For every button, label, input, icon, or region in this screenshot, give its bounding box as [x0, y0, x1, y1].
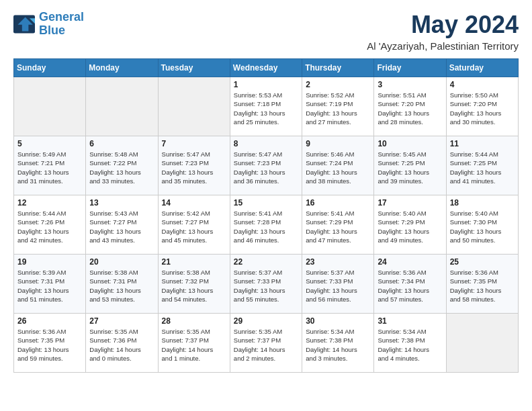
calendar-cell: 10Sunrise: 5:45 AM Sunset: 7:25 PM Dayli… [374, 136, 446, 195]
calendar-cell: 15Sunrise: 5:41 AM Sunset: 7:28 PM Dayli… [230, 195, 302, 255]
day-info: Sunrise: 5:48 AM Sunset: 7:22 PM Dayligh… [89, 150, 154, 185]
day-info: Sunrise: 5:34 AM Sunset: 7:38 PM Dayligh… [306, 327, 370, 363]
day-info: Sunrise: 5:36 AM Sunset: 7:35 PM Dayligh… [450, 268, 515, 304]
day-number: 14 [162, 198, 226, 208]
day-number: 27 [89, 316, 154, 326]
day-number: 25 [450, 257, 515, 267]
calendar-cell: 17Sunrise: 5:40 AM Sunset: 7:29 PM Dayli… [374, 195, 446, 255]
day-number: 9 [306, 139, 370, 148]
calendar-cell: 7Sunrise: 5:47 AM Sunset: 7:23 PM Daylig… [158, 136, 230, 195]
calendar-cell: 26Sunrise: 5:36 AM Sunset: 7:35 PM Dayli… [14, 314, 86, 373]
calendar-cell [446, 314, 518, 373]
calendar-cell [86, 77, 158, 136]
day-number: 23 [306, 257, 370, 267]
day-info: Sunrise: 5:43 AM Sunset: 7:27 PM Dayligh… [89, 209, 154, 244]
day-number: 26 [17, 316, 82, 326]
calendar-table: SundayMondayTuesdayWednesdayThursdayFrid… [13, 58, 519, 373]
calendar-cell: 20Sunrise: 5:38 AM Sunset: 7:31 PM Dayli… [86, 255, 158, 314]
day-number: 3 [378, 80, 442, 89]
day-number: 12 [17, 198, 82, 208]
day-info: Sunrise: 5:47 AM Sunset: 7:23 PM Dayligh… [162, 150, 226, 185]
day-number: 30 [306, 316, 370, 326]
day-info: Sunrise: 5:44 AM Sunset: 7:25 PM Dayligh… [450, 150, 515, 185]
calendar-week-row: 26Sunrise: 5:36 AM Sunset: 7:35 PM Dayli… [14, 314, 519, 373]
calendar-cell: 11Sunrise: 5:44 AM Sunset: 7:25 PM Dayli… [446, 136, 518, 195]
weekday-header: Monday [86, 59, 158, 77]
weekday-header: Friday [374, 59, 446, 77]
day-number: 17 [378, 198, 442, 208]
calendar-cell: 27Sunrise: 5:35 AM Sunset: 7:36 PM Dayli… [86, 314, 158, 373]
day-number: 16 [306, 198, 370, 208]
day-info: Sunrise: 5:38 AM Sunset: 7:31 PM Dayligh… [89, 268, 154, 304]
calendar-cell: 4Sunrise: 5:50 AM Sunset: 7:20 PM Daylig… [446, 77, 518, 136]
day-number: 4 [450, 80, 515, 89]
calendar-cell: 6Sunrise: 5:48 AM Sunset: 7:22 PM Daylig… [86, 136, 158, 195]
calendar-cell: 9Sunrise: 5:46 AM Sunset: 7:24 PM Daylig… [302, 136, 374, 195]
weekday-header: Thursday [302, 59, 374, 77]
calendar-cell: 1Sunrise: 5:53 AM Sunset: 7:18 PM Daylig… [230, 77, 302, 136]
day-info: Sunrise: 5:39 AM Sunset: 7:31 PM Dayligh… [17, 268, 82, 304]
calendar-cell: 25Sunrise: 5:36 AM Sunset: 7:35 PM Dayli… [446, 255, 518, 314]
day-number: 2 [306, 80, 370, 89]
day-number: 10 [378, 139, 442, 148]
calendar-cell: 8Sunrise: 5:47 AM Sunset: 7:23 PM Daylig… [230, 136, 302, 195]
calendar-week-row: 1Sunrise: 5:53 AM Sunset: 7:18 PM Daylig… [14, 77, 519, 136]
calendar-cell: 13Sunrise: 5:43 AM Sunset: 7:27 PM Dayli… [86, 195, 158, 255]
day-number: 18 [450, 198, 515, 208]
calendar-header-row: SundayMondayTuesdayWednesdayThursdayFrid… [14, 59, 519, 77]
day-info: Sunrise: 5:47 AM Sunset: 7:23 PM Dayligh… [234, 150, 298, 185]
calendar-cell: 23Sunrise: 5:37 AM Sunset: 7:33 PM Dayli… [302, 255, 374, 314]
day-number: 1 [234, 80, 298, 89]
day-info: Sunrise: 5:46 AM Sunset: 7:24 PM Dayligh… [306, 150, 370, 185]
day-info: Sunrise: 5:41 AM Sunset: 7:29 PM Dayligh… [306, 209, 370, 244]
day-number: 15 [234, 198, 298, 208]
month-title: May 2024 [367, 11, 519, 39]
day-number: 13 [89, 198, 154, 208]
calendar-week-row: 12Sunrise: 5:44 AM Sunset: 7:26 PM Dayli… [14, 195, 519, 255]
weekday-header: Saturday [446, 59, 518, 77]
calendar-cell: 5Sunrise: 5:49 AM Sunset: 7:21 PM Daylig… [14, 136, 86, 195]
day-info: Sunrise: 5:40 AM Sunset: 7:29 PM Dayligh… [378, 209, 442, 244]
day-info: Sunrise: 5:35 AM Sunset: 7:36 PM Dayligh… [89, 327, 154, 363]
day-info: Sunrise: 5:52 AM Sunset: 7:19 PM Dayligh… [306, 91, 370, 126]
day-number: 22 [234, 257, 298, 267]
calendar-cell: 14Sunrise: 5:42 AM Sunset: 7:27 PM Dayli… [158, 195, 230, 255]
day-info: Sunrise: 5:37 AM Sunset: 7:33 PM Dayligh… [234, 268, 298, 304]
day-number: 8 [234, 139, 298, 148]
calendar-week-row: 19Sunrise: 5:39 AM Sunset: 7:31 PM Dayli… [14, 255, 519, 314]
calendar-cell: 16Sunrise: 5:41 AM Sunset: 7:29 PM Dayli… [302, 195, 374, 255]
day-info: Sunrise: 5:40 AM Sunset: 7:30 PM Dayligh… [450, 209, 515, 244]
calendar-cell [14, 77, 86, 136]
weekday-header: Tuesday [158, 59, 230, 77]
day-number: 7 [162, 139, 226, 148]
day-info: Sunrise: 5:36 AM Sunset: 7:34 PM Dayligh… [378, 268, 442, 304]
day-info: Sunrise: 5:35 AM Sunset: 7:37 PM Dayligh… [162, 327, 226, 363]
calendar-cell: 24Sunrise: 5:36 AM Sunset: 7:34 PM Dayli… [374, 255, 446, 314]
logo: General Blue [13, 11, 84, 38]
weekday-header: Sunday [14, 59, 86, 77]
calendar-cell: 18Sunrise: 5:40 AM Sunset: 7:30 PM Dayli… [446, 195, 518, 255]
day-info: Sunrise: 5:34 AM Sunset: 7:38 PM Dayligh… [378, 327, 442, 363]
day-number: 24 [378, 257, 442, 267]
day-info: Sunrise: 5:38 AM Sunset: 7:32 PM Dayligh… [162, 268, 226, 304]
day-info: Sunrise: 5:36 AM Sunset: 7:35 PM Dayligh… [17, 327, 82, 363]
day-info: Sunrise: 5:49 AM Sunset: 7:21 PM Dayligh… [17, 150, 82, 185]
calendar-cell: 30Sunrise: 5:34 AM Sunset: 7:38 PM Dayli… [302, 314, 374, 373]
calendar-cell: 3Sunrise: 5:51 AM Sunset: 7:20 PM Daylig… [374, 77, 446, 136]
day-info: Sunrise: 5:44 AM Sunset: 7:26 PM Dayligh… [17, 209, 82, 244]
day-number: 21 [162, 257, 226, 267]
calendar-cell: 21Sunrise: 5:38 AM Sunset: 7:32 PM Dayli… [158, 255, 230, 314]
calendar-cell: 31Sunrise: 5:34 AM Sunset: 7:38 PM Dayli… [374, 314, 446, 373]
day-number: 5 [17, 139, 82, 148]
calendar-cell: 28Sunrise: 5:35 AM Sunset: 7:37 PM Dayli… [158, 314, 230, 373]
day-info: Sunrise: 5:42 AM Sunset: 7:27 PM Dayligh… [162, 209, 226, 244]
day-info: Sunrise: 5:45 AM Sunset: 7:25 PM Dayligh… [378, 150, 442, 185]
calendar-week-row: 5Sunrise: 5:49 AM Sunset: 7:21 PM Daylig… [14, 136, 519, 195]
calendar-cell [158, 77, 230, 136]
day-number: 6 [89, 139, 154, 148]
day-info: Sunrise: 5:51 AM Sunset: 7:20 PM Dayligh… [378, 91, 442, 126]
title-block: May 2024 Al 'Ayzariyah, Palestinian Terr… [367, 11, 519, 52]
calendar-cell: 2Sunrise: 5:52 AM Sunset: 7:19 PM Daylig… [302, 77, 374, 136]
day-number: 29 [234, 316, 298, 326]
calendar-cell: 19Sunrise: 5:39 AM Sunset: 7:31 PM Dayli… [14, 255, 86, 314]
